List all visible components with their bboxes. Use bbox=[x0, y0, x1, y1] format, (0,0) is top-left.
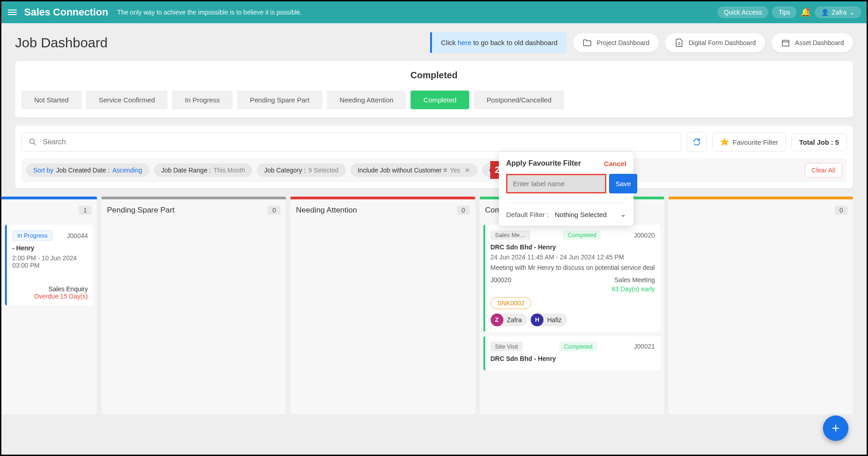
user-menu[interactable]: 👤 Zafra ⌄ bbox=[815, 6, 861, 18]
avatar: Z Zafra bbox=[491, 314, 528, 326]
filter-row: Sort by Job Created Date : Ascending Job… bbox=[21, 158, 847, 182]
favourite-filter-button[interactable]: Favourite Filter bbox=[712, 132, 786, 152]
column-count: 1 bbox=[79, 206, 91, 215]
user-icon: 👤 bbox=[821, 9, 829, 16]
tagline: The only way to achieve the impossible i… bbox=[117, 9, 302, 16]
status-badge: Completed bbox=[563, 230, 601, 240]
tab-service-confirmed[interactable]: Service Confirmed bbox=[86, 91, 168, 109]
column-postponed-cancelled: 0 bbox=[669, 197, 853, 415]
job-card[interactable]: In Progress J00044 - Henry 2:00 PM - 10 … bbox=[5, 225, 93, 305]
project-dashboard-button[interactable]: Project Dashboard bbox=[573, 33, 659, 52]
menu-icon[interactable] bbox=[7, 7, 18, 18]
digital-form-dashboard-button[interactable]: Digital Form Dashboard bbox=[665, 33, 765, 52]
user-name: Zafra bbox=[832, 9, 847, 16]
svg-marker-6 bbox=[721, 138, 728, 146]
page-header: Job Dashboard Click here to go back to o… bbox=[15, 32, 853, 53]
column-in-progress: 1 In Progress J00044 - Henry 2:00 PM - 1… bbox=[1, 197, 97, 415]
tab-in-progress[interactable]: In Progress bbox=[172, 91, 233, 109]
cancel-button[interactable]: Cancel bbox=[604, 160, 626, 167]
tabs-title: Completed bbox=[21, 70, 847, 81]
tab-pending-spare-part[interactable]: Pending Spare Part bbox=[237, 91, 322, 109]
status-badge: Completed bbox=[559, 342, 597, 351]
search-card: Favourite Filter Total Job : 5 Sort by J… bbox=[15, 126, 853, 188]
box-icon bbox=[781, 38, 791, 48]
overdue-label: Overdue 15 Day(s) bbox=[12, 293, 88, 300]
category-tag: Sales Me… bbox=[491, 230, 530, 240]
tab-completed[interactable]: Completed bbox=[411, 91, 469, 109]
clear-all-button[interactable]: Clear All bbox=[805, 163, 842, 177]
tab-needing-attention[interactable]: Needing Attention bbox=[327, 91, 406, 109]
notification-icon[interactable]: 🔔 bbox=[800, 7, 811, 18]
column-count: 0 bbox=[268, 206, 280, 215]
snk-chip: SNK0002 bbox=[491, 297, 532, 309]
search-box[interactable] bbox=[21, 132, 681, 152]
favourite-filter-popup: Apply Favourite Filter Cancel Save Defau… bbox=[499, 152, 634, 226]
early-label: 63 Day(s) early bbox=[491, 285, 655, 293]
asset-dashboard-button[interactable]: Asset Dashboard bbox=[772, 33, 853, 52]
tab-postponed-cancelled[interactable]: Postponed/Cancelled bbox=[474, 91, 564, 109]
column-needing-attention: Needing Attention 0 bbox=[290, 197, 475, 415]
quick-access-button[interactable]: Quick Access bbox=[717, 6, 768, 18]
refresh-icon bbox=[692, 137, 701, 147]
refresh-button[interactable] bbox=[687, 132, 707, 152]
search-input[interactable] bbox=[43, 138, 675, 146]
job-id: J00021 bbox=[634, 343, 655, 350]
column-completed: Completed 0 Sales Me… Completed J00020 D… bbox=[480, 197, 664, 415]
tabs-card: Completed Not Started Service Confirmed … bbox=[15, 61, 853, 117]
tab-not-started[interactable]: Not Started bbox=[21, 91, 81, 109]
column-pending-spare-part: Pending Spare Part 0 bbox=[102, 197, 286, 415]
job-card[interactable]: Sales Me… Completed J00020 DRC Sdn Bhd -… bbox=[483, 225, 660, 332]
status-badge: In Progress bbox=[12, 230, 52, 241]
svg-rect-2 bbox=[782, 40, 789, 46]
page-title: Job Dashboard bbox=[15, 35, 107, 51]
date-range-chip[interactable]: Job Date Range : This Month bbox=[154, 163, 252, 177]
search-icon bbox=[28, 137, 37, 147]
chevron-down-icon: ⌄ bbox=[620, 210, 626, 218]
folder-icon bbox=[582, 38, 592, 48]
close-icon[interactable]: ✕ bbox=[465, 167, 470, 174]
category-chip[interactable]: Job Category : 9 Selected bbox=[257, 163, 345, 177]
tips-button[interactable]: Tips bbox=[772, 6, 797, 18]
svg-line-5 bbox=[34, 143, 36, 145]
kanban-board: 1 In Progress J00044 - Henry 2:00 PM - 1… bbox=[15, 197, 853, 415]
avatar: H Hafiz bbox=[531, 314, 567, 326]
old-dashboard-link[interactable]: here bbox=[457, 39, 471, 46]
default-filter-select[interactable]: Default Filter : Nothing Selected ⌄ bbox=[506, 203, 626, 218]
document-icon bbox=[674, 38, 684, 48]
sort-chip[interactable]: Sort by Job Created Date : Ascending bbox=[26, 163, 149, 177]
job-card[interactable]: Site Visit Completed J00021 DRC Sdn Bhd … bbox=[483, 336, 660, 370]
total-job-count: Total Job : 5 bbox=[792, 133, 847, 151]
popup-title: Apply Favourite Filter bbox=[506, 159, 581, 167]
add-button[interactable]: + bbox=[823, 415, 848, 441]
chevron-down-icon: ⌄ bbox=[849, 9, 855, 16]
column-count: 0 bbox=[457, 206, 470, 215]
save-button[interactable]: Save bbox=[609, 174, 637, 193]
job-id: J00020 bbox=[634, 232, 655, 239]
brand: Sales Connection bbox=[24, 6, 108, 18]
label-name-input[interactable] bbox=[506, 174, 606, 193]
include-no-customer-chip[interactable]: Include Job without Customer = Yes ✕ bbox=[350, 163, 477, 177]
column-count: 0 bbox=[835, 206, 848, 215]
star-icon bbox=[720, 137, 729, 147]
plus-icon: + bbox=[832, 421, 840, 436]
svg-point-4 bbox=[30, 139, 34, 143]
job-id: J00044 bbox=[67, 232, 88, 239]
topbar: Sales Connection The only way to achieve… bbox=[1, 1, 867, 23]
old-dashboard-banner: Click here to go back to old dashboard bbox=[430, 32, 567, 53]
category-tag: Site Visit bbox=[491, 342, 523, 351]
